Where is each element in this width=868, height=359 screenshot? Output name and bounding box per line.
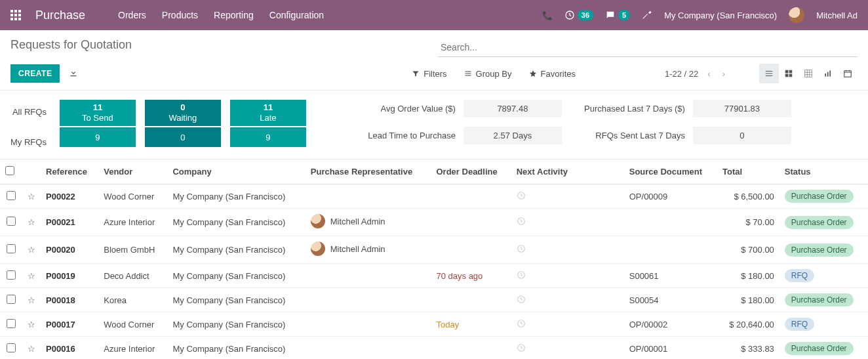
row-checkbox[interactable] xyxy=(7,217,16,226)
row-checkbox[interactable] xyxy=(7,270,16,280)
app-brand[interactable]: Purchase xyxy=(35,9,85,22)
create-button[interactable]: CREATE xyxy=(10,64,60,83)
star-icon[interactable]: ☆ xyxy=(28,344,35,354)
clock-icon[interactable] xyxy=(517,320,526,330)
metric-label: RFQs Sent Last 7 Days xyxy=(582,131,693,140)
company-switcher[interactable]: My Company (San Francisco) xyxy=(664,11,777,20)
rfq-table: Reference Vendor Company Purchase Repres… xyxy=(0,159,868,359)
col-rep[interactable]: Purchase Representative xyxy=(306,159,431,184)
vendor: Azure Interior xyxy=(98,209,167,236)
row-checkbox[interactable] xyxy=(7,343,16,352)
svg-rect-10 xyxy=(785,70,789,74)
row-checkbox[interactable] xyxy=(7,295,16,304)
deadline: Today xyxy=(437,320,460,329)
clock-icon[interactable] xyxy=(517,272,526,282)
star-icon[interactable]: ☆ xyxy=(28,192,35,201)
status-badge: Purchase Order xyxy=(785,342,854,355)
star-icon[interactable]: ☆ xyxy=(28,217,35,227)
view-list-icon[interactable] xyxy=(759,64,779,83)
total: $ 180.00 xyxy=(717,288,779,312)
username[interactable]: Mitchell Ad xyxy=(816,11,858,20)
svg-rect-17 xyxy=(829,70,831,76)
col-status[interactable]: Status xyxy=(779,159,868,184)
tile-waiting-my[interactable]: 0 xyxy=(145,127,221,147)
col-activity[interactable]: Next Activity xyxy=(511,159,624,184)
groupby-button[interactable]: Group By xyxy=(464,69,512,79)
col-deadline[interactable]: Order Deadline xyxy=(431,159,511,184)
tile-late-my[interactable]: 9 xyxy=(230,127,306,147)
star-icon[interactable]: ☆ xyxy=(28,320,35,329)
view-pivot-icon[interactable] xyxy=(799,64,818,83)
select-all-checkbox[interactable] xyxy=(5,166,14,175)
table-row[interactable]: ☆P00022Wood CornerMy Company (San Franci… xyxy=(0,184,868,209)
deadline: 70 days ago xyxy=(437,271,483,281)
view-calendar-icon[interactable] xyxy=(838,64,858,83)
search-input[interactable] xyxy=(438,38,858,57)
view-kanban-icon[interactable] xyxy=(779,64,799,83)
total: $ 6,500.00 xyxy=(717,184,779,209)
table-row[interactable]: ☆P00016Azure InteriorMy Company (San Fra… xyxy=(0,337,868,360)
phone-icon[interactable]: 📞 xyxy=(542,11,553,20)
col-company[interactable]: Company xyxy=(167,159,305,184)
nav-configuration[interactable]: Configuration xyxy=(269,10,324,20)
tile-late[interactable]: 11Late xyxy=(230,100,306,126)
table-row[interactable]: ☆P00017Wood CornerMy Company (San Franci… xyxy=(0,312,868,337)
table-row[interactable]: ☆P00021Azure InteriorMy Company (San Fra… xyxy=(0,209,868,236)
svg-rect-5 xyxy=(18,14,21,16)
wrench-icon[interactable] xyxy=(642,9,652,22)
tile-to-send-my[interactable]: 9 xyxy=(60,127,136,147)
status-badge: RFQ xyxy=(785,269,814,282)
nav-orders[interactable]: Orders xyxy=(118,10,146,20)
row-checkbox[interactable] xyxy=(7,244,16,253)
svg-rect-7 xyxy=(14,18,17,20)
table-row[interactable]: ☆P00019Deco AddictMy Company (San Franci… xyxy=(0,264,868,288)
col-source[interactable]: Source Document xyxy=(624,159,717,184)
tile-to-send[interactable]: 11To Send xyxy=(60,100,136,126)
favorites-button[interactable]: Favorites xyxy=(529,69,576,79)
pager-prev-icon[interactable]: ‹ xyxy=(705,66,713,81)
metric-value: 2.57 Days xyxy=(464,127,562,144)
nav-reporting[interactable]: Reporting xyxy=(214,10,254,20)
apps-icon[interactable] xyxy=(10,10,21,20)
col-total[interactable]: Total xyxy=(717,159,779,184)
status-badge: Purchase Order xyxy=(785,216,854,229)
pager-next-icon[interactable]: › xyxy=(720,66,728,81)
reference: P00018 xyxy=(46,295,75,305)
dashboard: All RFQs My RFQs 11To Send90Waiting011La… xyxy=(0,95,868,159)
avatar xyxy=(311,242,325,256)
reference: P00020 xyxy=(46,245,75,255)
col-reference[interactable]: Reference xyxy=(41,159,98,184)
status-badge: Purchase Order xyxy=(785,293,854,306)
view-graph-icon[interactable] xyxy=(818,64,838,83)
avatar xyxy=(311,214,325,228)
filters-button[interactable]: Filters xyxy=(412,69,446,79)
star-icon[interactable]: ☆ xyxy=(28,295,35,305)
reference: P00017 xyxy=(46,320,75,329)
table-row[interactable]: ☆P00020Bloem GmbHMy Company (San Francis… xyxy=(0,236,868,264)
chat-icon[interactable]: 5 xyxy=(605,10,630,20)
pager-text: 1-22 / 22 xyxy=(665,69,698,79)
clock-activity[interactable]: 36 xyxy=(564,10,593,20)
star-icon[interactable]: ☆ xyxy=(28,271,35,281)
row-checkbox[interactable] xyxy=(7,191,16,200)
clock-icon[interactable] xyxy=(517,345,526,354)
company: My Company (San Francisco) xyxy=(167,337,305,360)
tile-waiting[interactable]: 0Waiting xyxy=(145,100,221,126)
source-document xyxy=(624,236,717,264)
source-document: OP/00001 xyxy=(624,337,717,360)
col-vendor[interactable]: Vendor xyxy=(98,159,167,184)
clock-icon[interactable] xyxy=(517,245,526,255)
clock-icon[interactable] xyxy=(517,296,526,306)
svg-rect-13 xyxy=(789,74,793,77)
row-checkbox[interactable] xyxy=(7,319,16,328)
source-document: OP/00009 xyxy=(624,184,717,209)
star-icon[interactable]: ☆ xyxy=(28,245,35,255)
nav-products[interactable]: Products xyxy=(162,10,198,20)
total: $ 333.83 xyxy=(717,337,779,360)
download-icon[interactable] xyxy=(69,68,78,79)
total: $ 180.00 xyxy=(717,264,779,288)
avatar[interactable] xyxy=(789,7,804,23)
clock-icon[interactable] xyxy=(517,218,526,228)
clock-icon[interactable] xyxy=(517,192,526,202)
table-row[interactable]: ☆P00018KoreaMy Company (San Francisco)S0… xyxy=(0,288,868,312)
